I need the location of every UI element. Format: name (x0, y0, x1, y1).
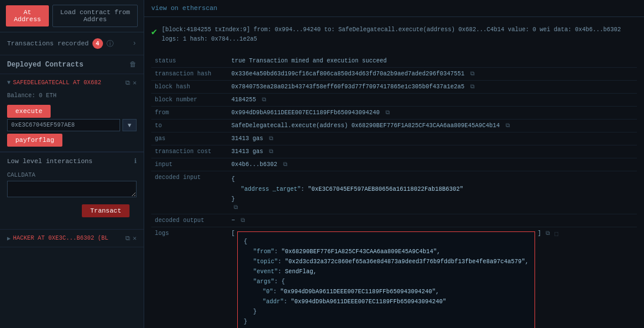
table-row: gas 31413 gas ⧉ (151, 132, 637, 145)
tx-content: ✔ [block:4184255 txIndex:9] from: 0x994.… (144, 17, 644, 328)
deployed-contracts-label: Deployed Contracts (7, 61, 130, 69)
trash-icon[interactable]: 🗑 (130, 60, 137, 69)
field-value-gas: 31413 gas ⧉ (228, 132, 637, 145)
copy-decoded-input-button[interactable]: ⧉ (234, 204, 238, 211)
logs-box: { "from": "0x68290BEF776F1A825CF43CAA6aa… (237, 231, 535, 328)
table-row: transaction cost 31413 gas ⧉ (151, 145, 637, 158)
calldata-input[interactable] (7, 181, 137, 197)
contract-item-safe: ▼ SAFEDELEGATECALL AT 0X682 ⧉ ✕ Balance:… (0, 74, 144, 152)
copy-gas-button[interactable]: ⧉ (269, 135, 273, 142)
field-value-from: 0x994dD9bA9611DEEE007EC1189FFb6509430942… (228, 107, 637, 120)
at-address-button[interactable]: At Address (6, 5, 49, 26)
table-row: block hash 0x7840753ea28a021b43743f58eff… (151, 81, 637, 94)
hacker-contract-name: HACKER AT 0XE3C...B6302 (BL (13, 235, 123, 241)
field-value-txhash: 0x336e4a50bd63d199cf16caf806ca850d34d63f… (228, 68, 637, 81)
expand-decoded-output-button[interactable]: ⧉ (241, 217, 245, 224)
close-icon[interactable]: ✕ (132, 79, 137, 87)
chevron-address-button[interactable]: ▼ (122, 119, 137, 131)
copy-from-button[interactable]: ⧉ (386, 110, 390, 116)
field-name-from: from (151, 107, 228, 120)
more-icon[interactable]: ℹ (134, 157, 137, 165)
tx-summary: ✔ [block:4184255 txIndex:9] from: 0x994.… (151, 22, 637, 48)
transactions-badge: 4 (92, 38, 103, 49)
table-row: status true Transaction mined and execut… (151, 55, 637, 68)
logs-topic-val: "0x2d3cd32a372c860ef65a36e8d4873a9deed3f… (285, 259, 529, 265)
success-icon: ✔ (151, 26, 157, 38)
copy-icon[interactable]: ⧉ (125, 79, 130, 87)
execute-button[interactable]: execute (7, 105, 51, 118)
low-level-header: Low level interactions ℹ (0, 152, 144, 170)
field-value-input: 0x4b6...b6302 ⧉ (228, 158, 637, 171)
address-target-key: "address _target" (241, 186, 301, 193)
logs-event-val: SendFlag, (285, 269, 317, 275)
hacker-contract-header: ▶ HACKER AT 0XE3C...B6302 (BL ⧉ ✕ (0, 230, 144, 247)
transactions-label: Transactions recorded (7, 40, 89, 47)
logs-event-key: "event" (253, 269, 278, 275)
hacker-chevron-icon[interactable]: ▶ (7, 235, 11, 242)
logs-addr-key: "addr" (263, 299, 284, 305)
tx-table: status true Transaction mined and execut… (151, 55, 637, 328)
copy-txhash-button[interactable]: ⧉ (470, 71, 474, 77)
field-name-input: input (151, 158, 228, 171)
field-name-txhash: transaction hash (151, 68, 228, 81)
field-name-gas: gas (151, 132, 228, 145)
copy-to-button[interactable]: ⧉ (506, 122, 510, 129)
table-row: block number 4184255 ⧉ (151, 94, 637, 107)
tx-summary-text: [block:4184255 txIndex:9] from: 0x994...… (162, 25, 637, 44)
table-row: decoded input { "address _target": "0xE3… (151, 171, 637, 214)
address-input[interactable] (7, 119, 120, 131)
expand-logs-button[interactable]: ⬚ (555, 230, 558, 237)
contract-balance: Balance: 0 ETH (0, 91, 144, 102)
field-value-blocknum: 4184255 ⧉ (228, 94, 637, 107)
logs-args-key: "args" (253, 279, 274, 285)
logs-close-bracket: ] (537, 230, 541, 237)
calldata-label: CALLDATA (0, 170, 144, 181)
transact-button[interactable]: Transact (82, 204, 130, 217)
sidebar: At Address Load contract from Addres Tra… (0, 0, 144, 328)
hacker-copy-icon[interactable]: ⧉ (125, 235, 130, 242)
logs-brackets: [ { "from": "0x68290BEF776F1A825CF43CAA6… (231, 230, 633, 328)
chevron-right-icon[interactable]: › (132, 39, 137, 48)
copy-blocknum-button[interactable]: ⧉ (262, 97, 266, 103)
load-contract-button[interactable]: Load contract from Addres (52, 5, 138, 27)
field-value-decoded-output: − ⧉ (228, 214, 637, 227)
field-name-decoded-output: decoded output (151, 214, 228, 227)
contract-header: ▼ SAFEDELEGATECALL AT 0X682 ⧉ ✕ (0, 74, 144, 91)
field-name-blockhash: block hash (151, 81, 228, 94)
hacker-close-icon[interactable]: ✕ (132, 234, 137, 242)
address-row: ▼ (7, 119, 137, 131)
field-name-blocknum: block number (151, 94, 228, 107)
chevron-down-icon[interactable]: ▼ (7, 79, 11, 86)
field-value-blockhash: 0x7840753ea28a021b43743f58eff60f93d77f70… (228, 81, 637, 94)
info-icon[interactable]: ⓘ (107, 39, 114, 49)
etherscan-link[interactable]: view on etherscan (151, 5, 217, 12)
table-row: from 0x994dD9bA9611DEEE007EC1189FFb65094… (151, 107, 637, 120)
logs-from-key: "from" (253, 249, 274, 255)
copy-blockhash-button[interactable]: ⧉ (470, 84, 474, 90)
decoded-input-json: { "address _target": "0xE3C67045EF597AEB… (231, 174, 633, 204)
copy-input-button[interactable]: ⧉ (283, 161, 287, 168)
field-value-logs: [ { "from": "0x68290BEF776F1A825CF43CAA6… (228, 227, 637, 329)
copy-logs-button[interactable]: ⧉ (546, 230, 550, 237)
low-level-label: Low level interactions (7, 158, 134, 165)
logs-arg0-val: "0x994dD9bA9611DEEE007EC1189FFb650943094… (280, 289, 439, 295)
field-value-to: SafeDelegatecall.execute(address) 0x6829… (228, 120, 637, 132)
table-row: transaction hash 0x336e4a50bd63d199cf16c… (151, 68, 637, 81)
hacker-contract-item: ▶ HACKER AT 0XE3C...B6302 (BL ⧉ ✕ (0, 229, 144, 247)
logs-topic-key: "topic" (253, 259, 278, 265)
table-row: input 0x4b6...b6302 ⧉ (151, 158, 637, 171)
transactions-row: Transactions recorded 4 ⓘ › (0, 32, 144, 55)
logs-from-val: "0x68290BEF776F1A825CF43CAA6aa809E45A9C4… (281, 249, 440, 255)
field-name-txcost: transaction cost (151, 145, 228, 158)
copy-txcost-button[interactable]: ⧉ (269, 148, 273, 155)
field-value-decoded-input: { "address _target": "0xE3C67045EF597AEB… (228, 171, 637, 214)
table-row: logs [ { "from": "0x68290BEF776F1A825CF4… (151, 227, 637, 329)
logs-open-bracket: [ (231, 230, 235, 237)
deployed-contracts-header: Deployed Contracts 🗑 (0, 55, 144, 74)
sidebar-top: At Address Load contract from Addres (0, 0, 144, 32)
field-value-status: true Transaction mined and execution suc… (228, 55, 637, 68)
payforflag-button[interactable]: payforflag (7, 134, 62, 147)
field-name-decoded-input: decoded input (151, 171, 228, 214)
logs-addr-val: "0x994dD9bA9611DEEE007EC1189FFb650943094… (291, 299, 446, 305)
logs-arg0-key: "0" (263, 289, 273, 295)
